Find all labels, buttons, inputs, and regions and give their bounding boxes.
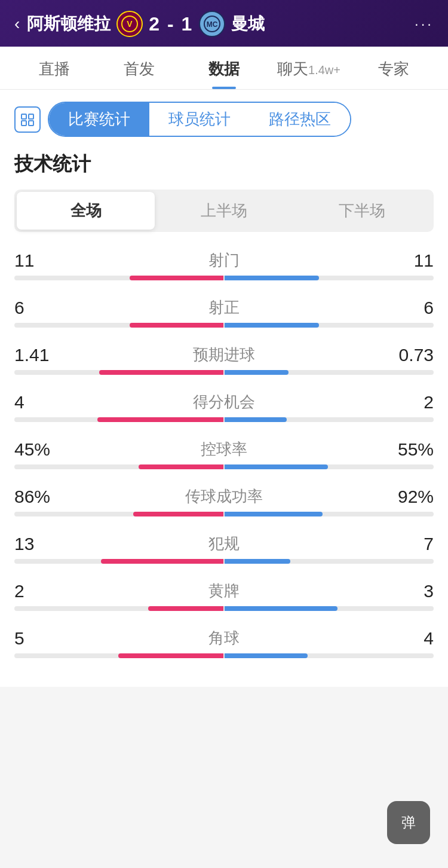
section-title: 技术统计: [14, 151, 434, 178]
bar-right-pass_accuracy: [225, 512, 323, 516]
stat-left-pass_accuracy: 86%: [14, 487, 62, 507]
bar-left-xg: [99, 370, 223, 375]
home-team-name: 阿斯顿维拉: [27, 13, 111, 35]
header: ‹ 阿斯顿维拉 V 2 - 1 MC 曼城 ···: [0, 0, 448, 47]
bar-right-chances: [225, 417, 287, 422]
stat-left-shots: 11: [14, 250, 62, 271]
tab-lineup[interactable]: 首发: [97, 47, 182, 89]
stat-left-chances: 4: [14, 392, 62, 412]
stat-right-chances: 2: [386, 392, 434, 412]
match-title: 阿斯顿维拉 V 2 - 1 MC 曼城: [27, 11, 265, 37]
stat-label-yellow_cards: 黄牌: [62, 580, 386, 601]
bar-right-xg: [225, 370, 289, 375]
stat-label-fouls: 犯规: [62, 533, 386, 554]
bar-left-pass_accuracy: [133, 512, 223, 516]
filter-tab-player[interactable]: 球员统计: [149, 103, 250, 136]
stat-bar-shots_on_target: [14, 323, 434, 328]
stat-bar-xg: [14, 370, 434, 375]
stat-row-shots_on_target: 6 射正 6: [14, 297, 434, 328]
stat-bar-fouls: [14, 559, 434, 564]
tab-data[interactable]: 数据: [182, 47, 266, 89]
stat-label-pass_accuracy: 传球成功率: [62, 486, 386, 507]
stat-values-corners: 5 角球 4: [14, 628, 434, 649]
stat-row-chances: 4 得分机会 2: [14, 392, 434, 422]
bar-left-fouls: [101, 559, 223, 564]
svg-text:V: V: [127, 19, 133, 29]
stat-values-shots_on_target: 6 射正 6: [14, 297, 434, 318]
stat-bar-pass_accuracy: [14, 512, 434, 516]
away-team-name: 曼城: [231, 13, 265, 35]
period-selector: 全场 上半场 下半场: [14, 190, 434, 232]
stat-right-shots_on_target: 6: [386, 298, 434, 318]
stat-values-yellow_cards: 2 黄牌 3: [14, 580, 434, 601]
bar-right-yellow_cards: [225, 606, 337, 611]
filter-row: 比赛统计 球员统计 路径热区: [14, 102, 434, 137]
stat-values-possession: 45% 控球率 55%: [14, 439, 434, 460]
period-full[interactable]: 全场: [17, 192, 155, 230]
stat-values-fouls: 13 犯规 7: [14, 533, 434, 554]
stat-right-yellow_cards: 3: [386, 581, 434, 601]
stat-bar-yellow_cards: [14, 606, 434, 611]
stat-row-yellow_cards: 2 黄牌 3: [14, 580, 434, 611]
tab-expert[interactable]: 专家: [351, 47, 436, 89]
tab-chat[interactable]: 聊天1.4w+: [266, 47, 351, 89]
stat-right-fouls: 7: [386, 534, 434, 554]
stat-right-corners: 4: [386, 628, 434, 649]
svg-rect-6: [22, 121, 26, 126]
stat-label-shots: 射门: [62, 250, 386, 271]
stat-values-pass_accuracy: 86% 传球成功率 92%: [14, 486, 434, 507]
svg-rect-7: [29, 121, 33, 126]
nav-tabs: 直播 首发 数据 聊天1.4w+ 专家: [0, 47, 448, 90]
stat-row-fouls: 13 犯规 7: [14, 533, 434, 564]
back-button[interactable]: ‹: [14, 14, 20, 33]
stats-container: 11 射门 11 6 射正 6 1.41 预期进球 0.73 4 得分机会 2 …: [14, 250, 434, 658]
stat-bar-chances: [14, 417, 434, 422]
svg-rect-4: [22, 114, 26, 119]
bar-right-possession: [225, 464, 328, 469]
tab-live[interactable]: 直播: [12, 47, 97, 89]
filter-tabs: 比赛统计 球员统计 路径热区: [48, 102, 351, 137]
bar-right-fouls: [225, 559, 290, 564]
stat-right-pass_accuracy: 92%: [386, 487, 434, 507]
bar-left-chances: [97, 417, 223, 422]
stat-label-corners: 角球: [62, 628, 386, 649]
svg-rect-5: [29, 114, 33, 119]
more-button[interactable]: ···: [415, 16, 434, 32]
stat-row-corners: 5 角球 4: [14, 628, 434, 658]
svg-text:MC: MC: [207, 20, 218, 29]
bar-left-yellow_cards: [148, 606, 223, 611]
filter-tab-heatmap[interactable]: 路径热区: [250, 103, 350, 136]
stat-values-chances: 4 得分机会 2: [14, 392, 434, 412]
match-score: 2 - 1: [149, 13, 193, 35]
bar-left-possession: [139, 464, 223, 469]
bar-right-shots_on_target: [225, 323, 319, 328]
header-left: ‹ 阿斯顿维拉 V 2 - 1 MC 曼城: [14, 11, 265, 37]
stat-row-pass_accuracy: 86% 传球成功率 92%: [14, 486, 434, 516]
bar-left-corners: [118, 653, 223, 658]
bar-left-shots: [130, 276, 224, 280]
stat-right-possession: 55%: [386, 439, 434, 460]
home-team-badge: V: [116, 11, 143, 37]
bar-left-shots_on_target: [130, 323, 224, 328]
stat-row-xg: 1.41 预期进球 0.73: [14, 344, 434, 375]
float-button[interactable]: 弹: [387, 801, 430, 844]
period-second-half[interactable]: 下半场: [293, 192, 431, 230]
stat-bar-shots: [14, 276, 434, 280]
stat-left-fouls: 13: [14, 534, 62, 554]
period-first-half[interactable]: 上半场: [155, 192, 293, 230]
stat-label-possession: 控球率: [62, 439, 386, 460]
stat-bar-possession: [14, 464, 434, 469]
stat-values-xg: 1.41 预期进球 0.73: [14, 344, 434, 365]
content-area: 比赛统计 球员统计 路径热区 技术统计 全场 上半场 下半场 11 射门 11: [0, 90, 448, 687]
stat-right-xg: 0.73: [386, 345, 434, 365]
stat-right-shots: 11: [386, 250, 434, 271]
stat-row-possession: 45% 控球率 55%: [14, 439, 434, 469]
stat-left-possession: 45%: [14, 439, 62, 460]
stat-left-corners: 5: [14, 628, 62, 649]
stat-left-xg: 1.41: [14, 345, 62, 365]
stat-row-shots: 11 射门 11: [14, 250, 434, 280]
filter-tab-match[interactable]: 比赛统计: [49, 103, 149, 136]
stat-label-shots_on_target: 射正: [62, 297, 386, 318]
filter-icon-button[interactable]: [14, 106, 41, 133]
bar-right-shots: [225, 276, 319, 280]
